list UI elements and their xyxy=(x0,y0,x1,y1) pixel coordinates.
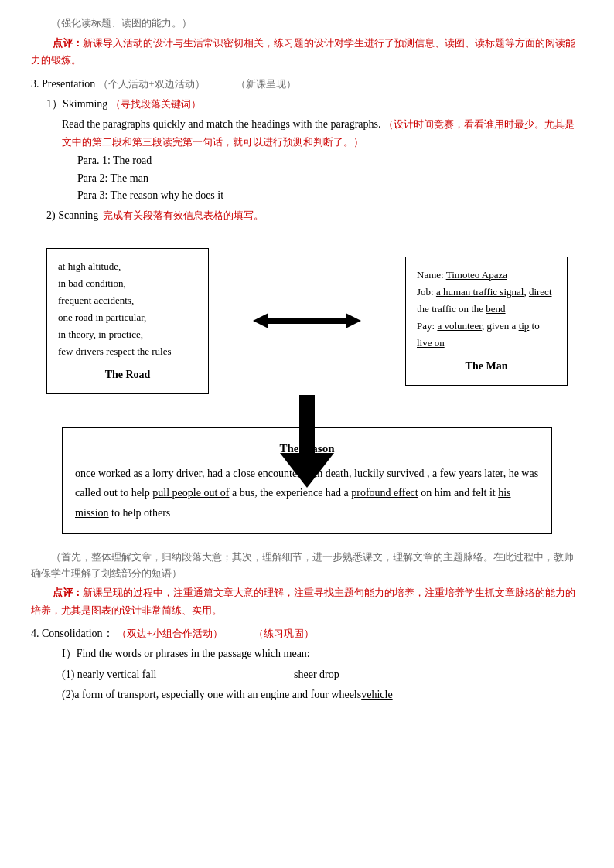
skimming-instruction-text: Read the paragraphs quickly and match th… xyxy=(62,118,380,130)
para-2: Para 2: The man xyxy=(77,170,583,187)
reason-content: once worked as a lorry driver, had a clo… xyxy=(75,464,539,523)
skimming-instruction-row: Read the paragraphs quickly and match th… xyxy=(62,116,583,151)
man-box-content: Name: Timoteo Apaza Job: a human traffic… xyxy=(417,267,556,352)
skimming-note: （寻找段落关键词） xyxy=(111,98,201,110)
section4-note2: （练习巩固） xyxy=(254,628,314,639)
para-1: Para. 1: The road xyxy=(77,152,583,169)
word-pair-row-1: (1) nearly vertical fall sheer drop xyxy=(62,666,583,683)
svg-marker-0 xyxy=(253,313,268,328)
section4-label: 4. Consolidation： xyxy=(31,628,114,639)
section4-header: 4. Consolidation：（双边+小组合作活动）（练习巩固） xyxy=(31,625,583,642)
critique-block-1: 点评：新课导入活动的设计与生活常识密切相关，练习题的设计对学生进行了预测信息、读… xyxy=(31,35,583,70)
para-3: Para 3: The reason why he does it xyxy=(77,187,583,204)
critique-2-label: 点评： xyxy=(53,587,83,598)
section3-sub: （新课呈现） xyxy=(236,78,296,90)
man-box: Name: Timoteo Apaza Job: a human traffic… xyxy=(405,257,568,386)
critique-block-2: 点评：新课呈现的过程中，注重通篇文章大意的理解，注重寻找主题句能力的培养，注重培… xyxy=(31,584,583,619)
find-words-instruction: I）Find the words or phrases in the passa… xyxy=(62,645,583,662)
skimming-section: 1）Skimming（寻找段落关键词） xyxy=(46,96,583,113)
word1-answer: sheer drop xyxy=(294,666,339,683)
page-content: （强化读标题、读图的能力。） 点评：新课导入活动的设计与生活常识密切相关，练习题… xyxy=(31,15,583,704)
man-box-title: The Man xyxy=(417,358,556,375)
svg-rect-1 xyxy=(267,318,347,324)
word2-answer: vehicle xyxy=(361,686,392,703)
h-arrow-area xyxy=(209,305,405,336)
comment-block-1: （强化读标题、读图的能力。） xyxy=(31,15,583,32)
word-pair-row-2: (2)a form of transport, especially one w… xyxy=(62,686,583,703)
svg-marker-2 xyxy=(346,313,361,328)
reason-title: The reason xyxy=(75,439,539,458)
skimming-label: 1）Skimming xyxy=(46,98,107,110)
comment-1-text: （强化读标题、读图的能力。） xyxy=(51,17,192,29)
road-box-content: at high altitude, in bad condition, freq… xyxy=(58,258,197,361)
section3-note: （个人活动+双边活动） xyxy=(98,78,204,90)
section3-header: 3. Presentation（个人活动+双边活动）（新课呈现） xyxy=(31,76,583,93)
diagram-top-row: at high altitude, in bad condition, freq… xyxy=(46,248,568,394)
critique-1-label: 点评： xyxy=(53,37,83,49)
word2-label: (2)a form of transport, especially one w… xyxy=(62,686,361,703)
scanning-note-text: 完成有关段落有效信息表格的填写。 xyxy=(103,208,264,224)
scanning-label-text: 2) Scanning xyxy=(46,207,98,224)
word1-label: (1) nearly vertical fall xyxy=(62,666,294,683)
critique-1-text: 新课导入活动的设计与生活常识密切相关，练习题的设计对学生进行了预测信息、读图、读… xyxy=(31,37,575,66)
para-list: Para. 1: The road Para 2: The man Para 3… xyxy=(77,152,583,204)
comment-block-2: （首先，整体理解文章，归纳段落大意；其次，理解细节，进一步熟悉课文，理解文章的主… xyxy=(31,550,583,582)
diagram-wrapper: at high altitude, in bad condition, freq… xyxy=(31,240,583,534)
road-box-title: The Road xyxy=(58,366,197,383)
section3-label: 3. Presentation xyxy=(31,78,95,90)
reason-box: The reason once worked as a lorry driver… xyxy=(62,427,552,534)
scanning-row: 2) Scanning 完成有关段落有效信息表格的填写。 xyxy=(46,207,583,224)
section4-note: （双边+小组合作活动） xyxy=(117,628,223,639)
critique-2-text: 新课呈现的过程中，注重通篇文章大意的理解，注重寻找主题句能力的培养，注重培养学生… xyxy=(31,587,575,615)
h-arrow xyxy=(245,305,369,336)
comment-2-text: （首先，整体理解文章，归纳段落大意；其次，理解细节，进一步熟悉课文，理解文章的主… xyxy=(31,551,574,579)
road-box: at high altitude, in bad condition, freq… xyxy=(46,248,209,394)
